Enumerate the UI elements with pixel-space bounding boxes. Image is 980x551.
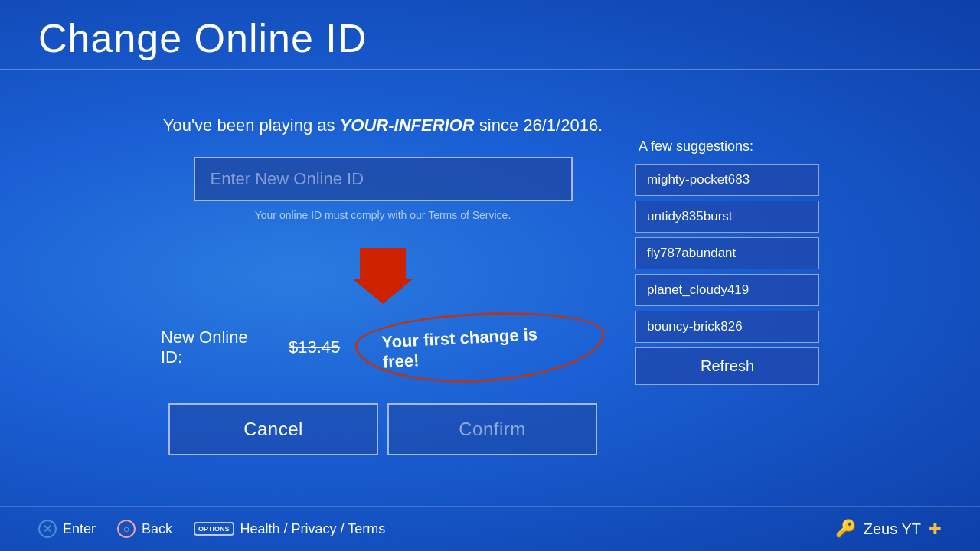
suggestion-item[interactable]: bouncy-brick826 <box>635 311 819 343</box>
suggestion-item[interactable]: fly787abundant <box>635 237 819 269</box>
options-icon: OPTIONS <box>194 522 234 536</box>
header: Change Online ID <box>0 0 980 70</box>
username-footer: Zeus YT <box>864 520 921 538</box>
options-label: Health / Privacy / Terms <box>240 521 386 537</box>
suggestions-title: A few suggestions: <box>635 139 819 155</box>
footer-right: 🔑 Zeus YT ✚ <box>835 519 942 539</box>
suggestion-item[interactable]: mighty-pocket683 <box>635 164 819 196</box>
suggestion-item[interactable]: planet_cloudy419 <box>635 274 819 306</box>
svg-marker-0 <box>352 248 413 304</box>
arrow-container <box>352 244 413 305</box>
price-row: New Online ID: $13.45 Your first change … <box>161 313 605 382</box>
confirm-button[interactable]: Confirm <box>387 403 597 455</box>
page: Change Online ID You've been playing as … <box>0 0 980 551</box>
suggestions-panel: A few suggestions: mighty-pocket683 unti… <box>635 139 819 385</box>
buttons-row: Cancel Confirm <box>168 403 597 455</box>
price-value: $13.45 <box>289 337 340 357</box>
footer-left: ✕ Enter ○ Back OPTIONS Health / Privacy … <box>38 520 385 538</box>
playing-as-suffix: since 26/1/2016. <box>475 116 603 135</box>
main-content: You've been playing as YOUR-INFERIOR sin… <box>0 70 980 455</box>
new-id-input[interactable] <box>194 157 573 201</box>
current-username: YOUR-INFERIOR <box>340 116 475 135</box>
playing-as-prefix: You've been playing as <box>163 116 340 135</box>
down-arrow-icon <box>352 244 413 305</box>
footer-enter: ✕ Enter <box>38 520 96 538</box>
footer-back: ○ Back <box>117 520 172 538</box>
center-section: You've been playing as YOUR-INFERIOR sin… <box>161 116 605 455</box>
new-online-id-label: New Online ID: <box>161 328 273 367</box>
enter-label: Enter <box>63 521 96 537</box>
cancel-button[interactable]: Cancel <box>168 403 378 455</box>
circle-icon: ○ <box>117 520 136 538</box>
ps-plus-icon: 🔑 <box>835 519 856 539</box>
ps-plus-badge: ✚ <box>929 520 942 538</box>
back-label: Back <box>142 521 172 537</box>
suggestion-item[interactable]: untidy835burst <box>635 201 819 233</box>
input-container[interactable] <box>194 157 573 201</box>
page-title: Change Online ID <box>38 15 942 61</box>
terms-text: Your online ID must comply with our Term… <box>255 209 511 221</box>
footer: ✕ Enter ○ Back OPTIONS Health / Privacy … <box>0 506 980 551</box>
refresh-button[interactable]: Refresh <box>635 347 819 385</box>
footer-options: OPTIONS Health / Privacy / Terms <box>194 521 385 537</box>
playing-as-text: You've been playing as YOUR-INFERIOR sin… <box>163 116 603 135</box>
free-badge: Your first change is free! <box>354 307 606 389</box>
x-icon: ✕ <box>38 520 57 538</box>
